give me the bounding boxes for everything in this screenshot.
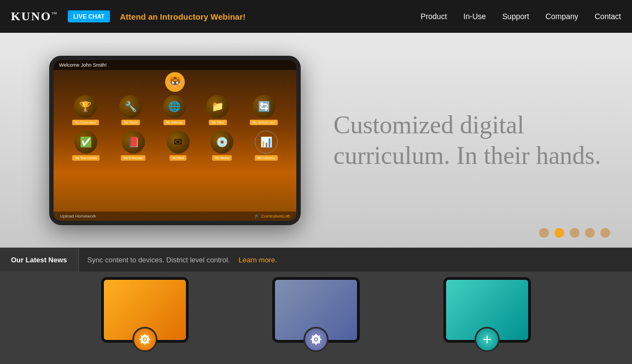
- card-screen-teal: [443, 277, 531, 343]
- tablet-icon-img-2: 🔧: [119, 95, 142, 118]
- tablet-icon-label-6: My Test Center: [72, 155, 100, 161]
- tablet-icon-label-9: My Media: [212, 155, 232, 161]
- tablet-icon-7: 📕 My E-Reader: [121, 131, 145, 161]
- tablet-icon-label-2: My Tools: [121, 120, 140, 125]
- hero-text-area: Customized digital curriculum. In their …: [317, 110, 632, 170]
- news-label: Our Latest News: [0, 248, 79, 272]
- tablet-icon-img-6: ✅: [74, 131, 97, 154]
- slider-dots: [539, 228, 610, 238]
- news-learn-more-link[interactable]: Learn more.: [238, 256, 277, 264]
- logo-text: KUNO: [11, 9, 51, 23]
- webinar-link[interactable]: Attend an Introductory Webinar!: [120, 12, 245, 21]
- slider-dot-4[interactable]: [585, 228, 595, 238]
- hero-tablet-container: Welcome John Smith! 🐯 🏆 My Curriculum 🔧 …: [0, 33, 317, 248]
- bottom-cards-container: [59, 277, 573, 343]
- curriculum-loft-label: 🎓 CurriculumLoft: [254, 214, 290, 219]
- card-icon-blue: [303, 327, 329, 352]
- tiger-icon: 🐯: [165, 72, 185, 92]
- tablet-header: Welcome John Smith!: [54, 60, 296, 70]
- tablet-icon-label-8: My Mail: [169, 155, 186, 161]
- slider-dot-3[interactable]: [570, 228, 580, 238]
- tablet-icon-3: 🌐 My Internet: [163, 95, 186, 125]
- nav-contact[interactable]: Contact: [595, 12, 621, 21]
- tablet-icon-img-5: 🔄: [253, 95, 276, 118]
- tablet-welcome-text: Welcome John Smith!: [59, 62, 107, 68]
- bottom-card-orange: [90, 277, 200, 343]
- logo-trademark: ™: [51, 11, 58, 17]
- nav-product[interactable]: Product: [420, 12, 447, 21]
- slider-dot-1[interactable]: [539, 228, 549, 238]
- news-bar: Our Latest News Sync content to devices.…: [0, 248, 632, 272]
- tablet-icon-label-4: My Files: [209, 120, 226, 125]
- card-icon-teal: [475, 327, 500, 352]
- tablet-icon-img-10: 📊: [255, 131, 278, 154]
- tablet-icon-img-1: 🏆: [74, 95, 97, 118]
- live-chat-button[interactable]: LIVE CHAT: [68, 10, 110, 22]
- slider-dot-2[interactable]: [554, 228, 564, 238]
- bottom-card-blue: [261, 277, 371, 343]
- tablet-icon-4: 📁 My Files: [206, 95, 229, 125]
- tablet-logo-row: 🐯: [54, 72, 296, 92]
- tablet-icon-label-10: My Lessons: [255, 155, 278, 161]
- hero-headline-line2: curriculum. In their hands.: [333, 142, 601, 169]
- bottom-section: [0, 272, 632, 364]
- tablet-upload-label: Upload Homework: [60, 214, 96, 219]
- tablet-icon-6: ✅ My Test Center: [72, 131, 100, 161]
- tablet-icon-img-4: 📁: [206, 95, 229, 118]
- hero-headline: Customized digital curriculum. In their …: [333, 110, 621, 170]
- nav-support[interactable]: Support: [502, 12, 529, 21]
- tablet-icon-9: 💿 My Media: [210, 131, 233, 161]
- tablet-device: Welcome John Smith! 🐯 🏆 My Curriculum 🔧 …: [49, 56, 301, 225]
- tablet-bottom-bar: Upload Homework 🎓 CurriculumLoft: [54, 212, 296, 221]
- tablet-icon-label-7: My E-Reader: [121, 155, 145, 161]
- tablet-icons-row-2: ✅ My Test Center 📕 My E-Reader ✉ My Mail…: [54, 131, 296, 161]
- tablet-icon-8: ✉ My Mail: [167, 131, 190, 161]
- navbar: KUNO™ LIVE CHAT Attend an Introductory W…: [0, 0, 632, 33]
- tablet-screen: Welcome John Smith! 🐯 🏆 My Curriculum 🔧 …: [54, 60, 296, 221]
- tablet-icon-img-3: 🌐: [163, 95, 186, 118]
- news-text: Sync content to devices. District level …: [79, 256, 239, 264]
- nav-company[interactable]: Company: [546, 12, 578, 21]
- nav-links: Product In-Use Support Company Contact: [420, 12, 621, 21]
- tablet-icon-label-3: My Internet: [163, 120, 185, 125]
- tablet-icon-img-9: 💿: [210, 131, 233, 154]
- tablet-icon-5: 🔄 My School.com: [250, 95, 278, 125]
- card-screen-blue: [272, 277, 360, 343]
- bottom-card-teal: [432, 277, 542, 343]
- logo: KUNO™: [11, 9, 58, 24]
- tablet-icon-img-7: 📕: [122, 131, 145, 154]
- tablet-icon-2: 🔧 My Tools: [119, 95, 142, 125]
- hero-headline-line1: Customized digital: [333, 111, 524, 139]
- tablet-icons-row-1: 🏆 My Curriculum 🔧 My Tools 🌐 My Internet…: [54, 95, 296, 125]
- tablet-icon-1: 🏆 My Curriculum: [72, 95, 99, 125]
- slider-dot-5[interactable]: [600, 228, 610, 238]
- tablet-icon-label-5: My School.com: [250, 120, 278, 125]
- tablet-icon-10: 📊 My Lessons: [255, 131, 278, 161]
- hero-section: Welcome John Smith! 🐯 🏆 My Curriculum 🔧 …: [0, 33, 632, 248]
- card-icon-orange: [132, 327, 157, 352]
- nav-in-use[interactable]: In-Use: [464, 12, 486, 21]
- tablet-icon-img-8: ✉: [167, 131, 190, 154]
- card-screen-orange: [101, 277, 189, 343]
- tablet-icon-label-1: My Curriculum: [72, 120, 99, 125]
